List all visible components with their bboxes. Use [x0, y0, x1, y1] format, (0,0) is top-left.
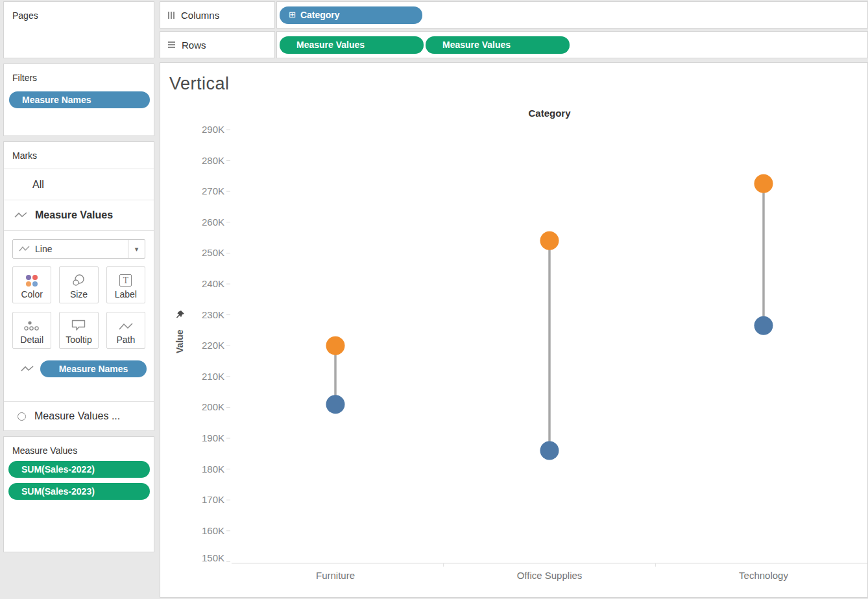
columns-pill-category[interactable]: ⊞ Category [280, 6, 422, 24]
marks-card: Marks All Measure Values Line ▾ Color [3, 141, 154, 431]
line-mark-icon [19, 245, 30, 253]
label-button[interactable]: T Label [106, 266, 145, 303]
mark-type-dropdown[interactable]: Line ▾ [12, 239, 145, 259]
rows-shelf-label: Rows [160, 31, 275, 58]
rows-pill-measure-values-1[interactable]: Measure Values [280, 36, 424, 54]
x-category-label: Office Supplies [517, 570, 583, 581]
mark-dot-2023[interactable] [326, 336, 345, 355]
line-mark-icon [14, 211, 27, 220]
measure-values-title: Measure Values [4, 437, 154, 456]
rows-pill-measure-values-2[interactable]: Measure Values [426, 36, 570, 54]
pages-title: Pages [4, 2, 154, 21]
expand-icon[interactable]: ⊞ [289, 10, 296, 19]
marks-tab-label: Measure Values [35, 209, 113, 221]
mark-type-value: Line [35, 244, 128, 254]
tooltip-button[interactable]: Tooltip [59, 312, 98, 349]
mark-dot-2023[interactable] [754, 174, 773, 193]
y-axis-label[interactable]: Value [175, 329, 185, 353]
column-field-header: Category [528, 108, 571, 119]
rows-icon [168, 41, 175, 48]
worksheet-view: Vertical Category290K280K270K260K250K240… [160, 62, 868, 598]
pages-shelf[interactable]: Pages [3, 1, 154, 58]
y-tick-label: 240K [202, 278, 224, 289]
path-icon [118, 322, 134, 332]
color-button[interactable]: Color [12, 266, 51, 303]
y-tick-label: 260K [202, 217, 224, 228]
filters-shelf[interactable]: Filters Measure Names [3, 64, 154, 136]
marks-pill-measure-names[interactable]: Measure Names [40, 360, 147, 377]
tooltip-icon [71, 319, 86, 332]
y-tick-label: 210K [202, 371, 224, 382]
filter-pill-measure-names[interactable]: Measure Names [9, 91, 150, 108]
marks-tab-measure-values-collapsed[interactable]: Measure Values ... [4, 401, 154, 430]
chevron-down-icon[interactable]: ▾ [128, 240, 145, 258]
circle-mark-icon [18, 412, 26, 421]
y-tick-label: 270K [202, 185, 224, 196]
y-tick-label: 170K [202, 494, 224, 505]
measure-values-shelf: Measure Values SUM(Sales-2022) SUM(Sales… [3, 436, 154, 552]
chart-canvas[interactable]: Category290K280K270K260K250K240K230K220K… [160, 63, 867, 597]
y-tick-label: 230K [202, 309, 224, 320]
columns-shelf[interactable]: ⊞ Category [276, 1, 868, 29]
y-tick-label: 160K [202, 525, 224, 536]
pill-sum-sales-2023[interactable]: SUM(Sales-2023) [8, 483, 150, 500]
columns-icon [168, 12, 175, 19]
mark-dot-2022[interactable] [326, 395, 345, 414]
y-tick-label: 150K [202, 552, 224, 563]
y-tick-label: 190K [202, 432, 224, 443]
mark-dot-2022[interactable] [754, 316, 773, 335]
marks-tab-all[interactable]: All [4, 169, 154, 200]
label-icon: T [119, 274, 132, 287]
pill-sum-sales-2022[interactable]: SUM(Sales-2022) [8, 461, 150, 478]
y-tick-label: 280K [202, 155, 224, 166]
color-icon [26, 275, 38, 287]
y-tick-label: 180K [202, 464, 224, 475]
filters-title: Filters [4, 64, 154, 83]
detail-icon [23, 320, 40, 332]
y-tick-label: 250K [202, 247, 224, 258]
y-tick-label: 200K [202, 401, 224, 412]
y-tick-label: 290K [202, 124, 224, 135]
mark-dot-2023[interactable] [540, 231, 559, 250]
size-icon [71, 274, 86, 287]
y-tick-label: 220K [202, 340, 224, 351]
marks-tab-measure-values[interactable]: Measure Values [4, 200, 154, 231]
marks-title: Marks [4, 142, 154, 169]
path-shelf-icon [21, 364, 34, 373]
detail-button[interactable]: Detail [12, 312, 51, 349]
rows-shelf[interactable]: Measure Values Measure Values [276, 31, 868, 58]
mark-dot-2022[interactable] [540, 441, 559, 460]
path-button[interactable]: Path [106, 312, 145, 349]
size-button[interactable]: Size [59, 266, 98, 303]
pin-icon [176, 311, 184, 318]
x-category-label: Technology [739, 570, 788, 581]
columns-shelf-label: Columns [160, 1, 275, 29]
x-category-label: Furniture [316, 570, 355, 581]
